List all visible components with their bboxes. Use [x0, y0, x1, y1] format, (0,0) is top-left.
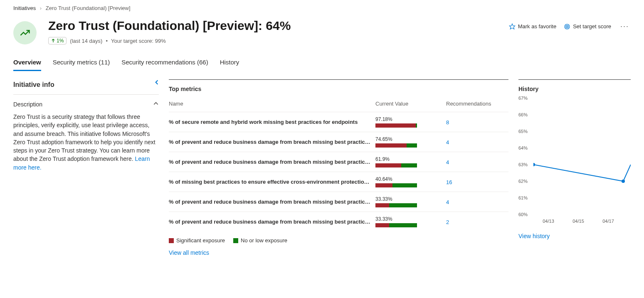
tab-security-metrics[interactable]: Security metrics (11)	[53, 56, 110, 71]
metric-name: % of secure remote and hybrid work missi…	[169, 119, 375, 125]
arrow-up-icon	[51, 39, 55, 43]
set-target-button[interactable]: Set target score	[564, 23, 611, 30]
metric-value: 97.18%	[375, 116, 446, 128]
chart-plot	[533, 98, 631, 214]
breadcrumb-root[interactable]: Initiatives	[13, 5, 36, 11]
swatch-red-icon	[169, 238, 174, 243]
trend-period: (last 14 days)	[70, 38, 102, 44]
table-row[interactable]: % of prevent and reduce business damage …	[169, 192, 508, 212]
view-all-metrics-link[interactable]: View all metrics	[169, 249, 209, 256]
top-metrics-panel: Top metrics Name Current Value Recommend…	[169, 79, 508, 256]
table-row[interactable]: % of secure remote and hybrid work missi…	[169, 112, 508, 132]
collapse-panel-button[interactable]	[152, 78, 161, 89]
divider	[13, 94, 159, 95]
recommendations-link[interactable]: 2	[446, 219, 449, 225]
swatch-green-icon	[233, 238, 238, 243]
col-header-recs: Recommendations	[446, 101, 508, 107]
page-title: Zero Trust (Foundational) [Preview]: 64%	[48, 19, 509, 33]
table-row[interactable]: % of prevent and reduce business damage …	[169, 132, 508, 152]
metric-name: % of prevent and reduce business damage …	[169, 139, 375, 145]
metric-value: 40.64%	[375, 176, 446, 187]
initiative-info-panel: Initiative info Description Zero Trust i…	[13, 79, 159, 256]
y-axis-tick: 60%	[518, 212, 528, 217]
y-axis-tick: 65%	[518, 129, 528, 134]
svg-point-3	[567, 26, 568, 27]
x-axis-tick: 04/15	[572, 219, 584, 224]
y-axis-tick: 62%	[518, 179, 528, 184]
col-header-name: Name	[169, 101, 375, 107]
legend-significant: Significant exposure	[169, 237, 225, 244]
svg-point-4	[533, 163, 535, 166]
info-panel-title: Initiative info	[13, 81, 159, 89]
description-text: Zero Trust is a security strategy that f…	[13, 113, 159, 172]
metric-value: 74.65%	[375, 136, 446, 148]
svg-point-5	[622, 180, 625, 183]
recommendations-link[interactable]: 4	[446, 199, 449, 205]
top-metrics-title: Top metrics	[169, 86, 508, 92]
initiative-icon	[13, 21, 37, 44]
metric-value: 33.33%	[375, 216, 446, 227]
trend-badge: 1%	[48, 37, 67, 44]
metric-value: 33.33%	[375, 196, 446, 207]
target-score-text: Your target score: 99%	[111, 38, 166, 44]
x-axis-tick: 04/17	[602, 219, 614, 224]
history-title: History	[518, 86, 631, 92]
y-axis-tick: 61%	[518, 195, 528, 200]
y-axis-tick: 63%	[518, 162, 528, 167]
y-axis-tick: 67%	[518, 96, 528, 101]
tabs: Overview Security metrics (11) Security …	[13, 56, 631, 71]
table-row[interactable]: % of missing best practices to ensure ef…	[169, 172, 508, 192]
chevron-up-icon	[153, 101, 159, 108]
view-history-link[interactable]: View history	[518, 233, 550, 239]
x-axis-tick: 04/13	[543, 219, 554, 224]
recommendations-link[interactable]: 4	[446, 139, 449, 145]
mark-favorite-button[interactable]: Mark as favorite	[509, 23, 556, 30]
separator-dot: •	[106, 38, 108, 44]
recommendations-link[interactable]: 16	[446, 179, 452, 185]
chevron-right-icon: ›	[40, 5, 42, 11]
star-icon	[509, 23, 516, 30]
more-actions-button[interactable]: ···	[619, 22, 631, 31]
description-label: Description	[13, 101, 42, 108]
chevron-left-icon	[154, 79, 160, 85]
target-icon	[564, 23, 570, 30]
metric-name: % of prevent and reduce business damage …	[169, 219, 375, 225]
table-row[interactable]: % of prevent and reduce business damage …	[169, 152, 508, 172]
tab-history[interactable]: History	[220, 56, 239, 71]
breadcrumb-current: Zero Trust (Foundational) [Preview]	[46, 5, 131, 11]
y-axis-tick: 64%	[518, 145, 528, 150]
recommendations-link[interactable]: 8	[446, 119, 449, 126]
svg-marker-0	[509, 24, 515, 29]
metric-name: % of prevent and reduce business damage …	[169, 199, 375, 205]
col-header-value: Current Value	[375, 101, 446, 107]
legend-low: No or low exposure	[233, 237, 287, 244]
tab-overview[interactable]: Overview	[13, 56, 41, 71]
metric-name: % of missing best practices to ensure ef…	[169, 179, 375, 185]
breadcrumb: Initiatives › Zero Trust (Foundational) …	[13, 5, 631, 11]
metric-name: % of prevent and reduce business damage …	[169, 159, 375, 165]
history-panel: History 67%66%65%64%63%62%61%60%04/1304/…	[518, 79, 631, 256]
table-row[interactable]: % of prevent and reduce business damage …	[169, 212, 508, 232]
history-chart: 67%66%65%64%63%62%61%60%04/1304/1504/17	[518, 98, 631, 227]
metric-value: 61.9%	[375, 156, 446, 167]
recommendations-link[interactable]: 4	[446, 159, 449, 165]
description-toggle[interactable]: Description	[13, 101, 159, 108]
y-axis-tick: 66%	[518, 112, 528, 117]
tab-security-recommendations[interactable]: Security recommendations (66)	[121, 56, 208, 71]
